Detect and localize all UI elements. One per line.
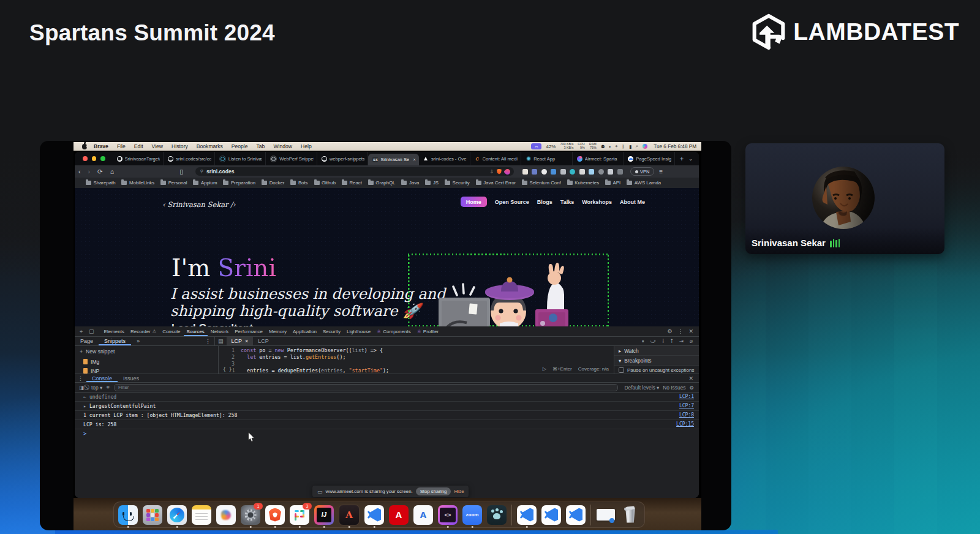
pause-script-icon[interactable]: ⏸ <box>641 338 644 345</box>
inspect-element-icon[interactable]: ⌖ <box>75 328 86 335</box>
source-location-link[interactable]: LCP:7 <box>679 403 694 408</box>
devtools-tab-sources[interactable]: Sources <box>184 326 208 336</box>
close-drawer-icon[interactable]: ✕ <box>688 375 699 382</box>
editor-tab[interactable]: LCP <box>253 337 274 345</box>
menu-edit[interactable]: Edit <box>130 143 148 149</box>
browser-tab[interactable]: SrinivasanTarget/w <box>113 152 164 165</box>
reload-button[interactable]: ⟳ <box>94 168 107 175</box>
browser-tab[interactable]: Airmeet: Sparta <box>573 152 624 165</box>
sources-tab-snippets[interactable]: Snippets <box>99 337 131 345</box>
extension-icon-10[interactable] <box>617 169 623 175</box>
dock-vscode-window-4[interactable] <box>566 505 586 525</box>
source-location-link[interactable]: LCP:8 <box>679 412 694 418</box>
dock-intellij-idea[interactable]: IJ <box>314 505 334 525</box>
browser-tab[interactable]: srini-codes - Ove <box>419 152 470 165</box>
extension-icon-5[interactable] <box>570 169 575 175</box>
dock-safari[interactable] <box>167 505 187 525</box>
browser-menu-button[interactable]: ≡ <box>659 168 663 175</box>
breakpoints-section[interactable]: ▾Breakpoints <box>614 356 699 366</box>
devtools-tab-elements[interactable]: Elements <box>101 326 127 336</box>
menu-clock[interactable]: Tue 6 Feb 6:48 PM <box>654 144 696 149</box>
dock-system-settings[interactable]: 1 <box>241 505 260 525</box>
bookmark-folder[interactable]: Github <box>312 180 338 186</box>
devtools-tab-network[interactable]: Network <box>208 326 232 336</box>
extension-icon-0[interactable] <box>522 169 528 175</box>
editor-tab[interactable]: LCP× <box>227 337 254 345</box>
devtools-tab-components[interactable]: ⚛Components <box>374 326 414 336</box>
devtools-tab-recorder[interactable]: Recorder⚠ <box>127 326 159 336</box>
snippet-item[interactable]: INP <box>75 366 218 374</box>
drawer-kebab-icon[interactable]: ⋮ <box>75 375 86 382</box>
site-logo[interactable]: ‹ Srinivasan Sekar /› <box>162 200 236 209</box>
site-nav-talks[interactable]: Talks <box>560 199 574 205</box>
siri-icon[interactable] <box>643 144 647 149</box>
console-settings-icon[interactable]: ⚙ <box>689 385 699 391</box>
forward-button[interactable]: › <box>85 168 94 175</box>
browser-tab[interactable]: PageSpeed Insigh <box>624 152 675 165</box>
dock-vscode-window-2[interactable] <box>517 505 537 525</box>
console-filter-input[interactable]: Filter <box>114 384 618 391</box>
sources-tab-page[interactable]: Page <box>75 337 99 345</box>
context-selector[interactable]: top ▾ <box>91 385 102 391</box>
bookmark-folder[interactable]: Java Cert Error <box>473 180 518 186</box>
live-expression-icon[interactable]: 👁 <box>106 385 110 389</box>
menu-view[interactable]: View <box>148 143 167 149</box>
new-snippet-button[interactable]: +New snippet <box>75 346 218 357</box>
step-out-icon[interactable]: ⭡ <box>671 338 673 345</box>
devtools-kebab-icon[interactable]: ⋮ <box>677 328 683 334</box>
dock-trash[interactable] <box>620 505 640 525</box>
devtools-tab-lighthouse[interactable]: Lighthouse <box>344 326 374 336</box>
menu-bookmarks[interactable]: Bookmarks <box>192 143 227 149</box>
bookmark-folder[interactable]: Preparation <box>221 180 258 186</box>
snippet-item[interactable]: IMg <box>75 357 218 366</box>
extension-icon-9[interactable] <box>608 169 613 175</box>
browser-tab[interactable]: webperf-snippets <box>317 152 369 165</box>
bookmark-folder[interactable]: Docker <box>259 180 287 186</box>
bookmark-folder[interactable]: Bots <box>288 180 310 186</box>
bookmark-folder[interactable]: JS <box>423 180 441 186</box>
step-into-icon[interactable]: ⭣ <box>662 338 665 345</box>
apple-menu-icon[interactable] <box>82 144 87 149</box>
console-sidebar-icon[interactable]: ◨ <box>79 385 84 391</box>
screen-sharing-menu-icon[interactable]: ▭ <box>531 143 541 149</box>
dock-zoom[interactable]: zoom <box>462 505 482 525</box>
sidebar-button[interactable]: ▯ <box>176 168 187 175</box>
watch-section[interactable]: ▸Watch <box>614 346 699 356</box>
dock-screen-recorder[interactable] <box>216 505 236 525</box>
bookmark-folder[interactable]: API <box>603 180 623 186</box>
brave-rewards-icon[interactable] <box>503 168 511 176</box>
devtools-tab-performance[interactable]: Performance <box>232 326 266 336</box>
vpn-button[interactable]: VPN <box>630 167 654 176</box>
sidebar-kebab-icon[interactable]: ⋮ <box>205 338 214 344</box>
dock-paw[interactable] <box>487 505 507 525</box>
browser-tab[interactable]: Listen to Srinivasa <box>215 152 266 165</box>
dock-launchpad[interactable] <box>143 505 162 525</box>
run-snippet-icon[interactable]: ▷ <box>543 366 546 372</box>
back-button[interactable]: ‹ <box>75 168 85 175</box>
devtools-close-icon[interactable]: ✕ <box>688 328 693 334</box>
step-icon[interactable]: ⇥ <box>679 338 684 344</box>
site-nav-workshops[interactable]: Workshops <box>582 199 612 205</box>
drawer-tab-issues[interactable]: Issues <box>118 374 145 382</box>
browser-tab[interactable]: SSSrinivasan Sek× <box>368 154 419 165</box>
bookmark-folder[interactable]: AWS Lamda <box>624 180 663 186</box>
bookmark-folder[interactable]: Appium <box>190 180 219 186</box>
menu-window[interactable]: Window <box>269 143 296 149</box>
dock-screenshot-preview[interactable] <box>596 505 616 525</box>
dock-vscode-window-3[interactable] <box>541 505 561 525</box>
extension-icon-6[interactable] <box>579 169 585 175</box>
tab-search-chevron[interactable]: ⌄ <box>688 156 699 162</box>
dock-terminal-a[interactable]: A <box>339 505 360 525</box>
status-icon-0[interactable]: ⚉ <box>601 144 605 149</box>
browser-tab[interactable]: React App <box>521 152 573 165</box>
pause-exceptions-row[interactable]: Pause on uncaught exceptions <box>614 366 699 374</box>
devtools-tab-memory[interactable]: Memory <box>266 326 290 336</box>
source-location-link[interactable]: LCP:15 <box>676 421 694 427</box>
menu-people[interactable]: People <box>227 143 252 149</box>
bookmark-folder[interactable]: Selenium Conf <box>519 180 564 186</box>
extension-icon-1[interactable] <box>532 169 537 175</box>
dock-dev-terminal[interactable]: <> <box>438 505 458 525</box>
devtools-tab-profiler[interactable]: ⚛Profiler <box>414 326 442 336</box>
settings-gear-icon[interactable]: ⚙ <box>667 328 672 334</box>
step-over-icon[interactable]: ⤻ <box>650 338 656 345</box>
